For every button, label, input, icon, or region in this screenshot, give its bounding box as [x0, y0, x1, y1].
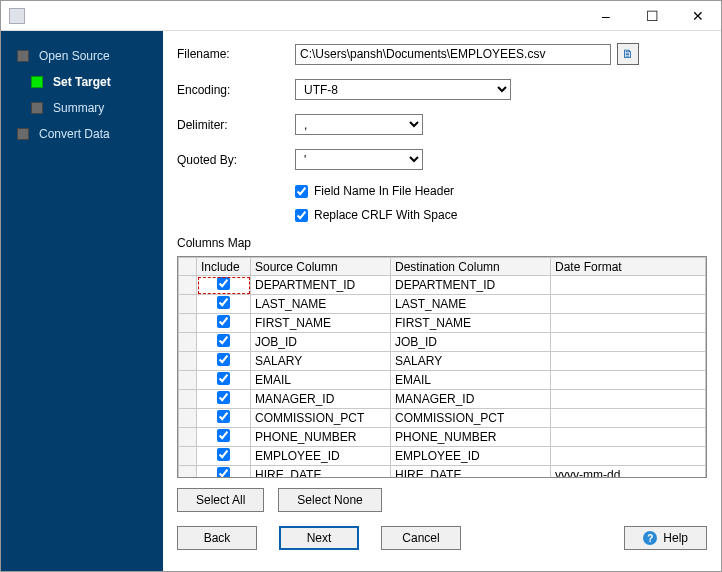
source-column-cell[interactable]: COMMISSION_PCT: [251, 409, 391, 428]
sidebar-item-summary[interactable]: Summary: [1, 95, 163, 121]
include-cell[interactable]: [197, 352, 251, 371]
source-column-cell[interactable]: LAST_NAME: [251, 295, 391, 314]
include-checkbox[interactable]: [217, 429, 230, 442]
table-row[interactable]: COMMISSION_PCTCOMMISSION_PCT: [179, 409, 706, 428]
table-row[interactable]: HIRE_DATEHIRE_DATEyyyy-mm-dd: [179, 466, 706, 479]
include-cell[interactable]: [197, 371, 251, 390]
replace-crlf-checkbox[interactable]: [295, 209, 308, 222]
include-cell[interactable]: [197, 466, 251, 479]
help-button[interactable]: ? Help: [624, 526, 707, 550]
sidebar-item-set-target[interactable]: Set Target: [1, 69, 163, 95]
destination-column-cell[interactable]: SALARY: [391, 352, 551, 371]
destination-column-cell[interactable]: DEPARTMENT_ID: [391, 276, 551, 295]
source-column-cell[interactable]: EMAIL: [251, 371, 391, 390]
include-checkbox[interactable]: [217, 353, 230, 366]
columns-map-label: Columns Map: [177, 236, 707, 250]
step-box-icon: [17, 128, 29, 140]
source-column-cell[interactable]: JOB_ID: [251, 333, 391, 352]
include-checkbox[interactable]: [217, 372, 230, 385]
include-cell[interactable]: [197, 390, 251, 409]
field-name-header-label: Field Name In File Header: [314, 184, 454, 198]
table-row[interactable]: EMPLOYEE_IDEMPLOYEE_ID: [179, 447, 706, 466]
select-none-button[interactable]: Select None: [278, 488, 381, 512]
table-row[interactable]: MANAGER_IDMANAGER_ID: [179, 390, 706, 409]
col-header-include[interactable]: Include: [197, 258, 251, 276]
maximize-button[interactable]: ☐: [629, 1, 675, 31]
destination-column-cell[interactable]: EMPLOYEE_ID: [391, 447, 551, 466]
col-header-source[interactable]: Source Column: [251, 258, 391, 276]
date-format-cell[interactable]: [551, 352, 706, 371]
table-row[interactable]: FIRST_NAMEFIRST_NAME: [179, 314, 706, 333]
destination-column-cell[interactable]: COMMISSION_PCT: [391, 409, 551, 428]
include-cell[interactable]: [197, 314, 251, 333]
minimize-button[interactable]: –: [583, 1, 629, 31]
table-row[interactable]: PHONE_NUMBERPHONE_NUMBER: [179, 428, 706, 447]
include-cell[interactable]: [197, 428, 251, 447]
content-panel: Filename: 🗎 Encoding: UTF-8 Delimiter: ,…: [163, 31, 721, 571]
table-row[interactable]: EMAILEMAIL: [179, 371, 706, 390]
table-row[interactable]: LAST_NAMELAST_NAME: [179, 295, 706, 314]
select-all-button[interactable]: Select All: [177, 488, 264, 512]
columns-map-table[interactable]: Include Source Column Destination Column…: [177, 256, 707, 478]
destination-column-cell[interactable]: EMAIL: [391, 371, 551, 390]
col-header-destination[interactable]: Destination Column: [391, 258, 551, 276]
include-checkbox[interactable]: [217, 391, 230, 404]
source-column-cell[interactable]: FIRST_NAME: [251, 314, 391, 333]
date-format-cell[interactable]: yyyy-mm-dd: [551, 466, 706, 479]
include-checkbox[interactable]: [217, 334, 230, 347]
source-column-cell[interactable]: MANAGER_ID: [251, 390, 391, 409]
source-column-cell[interactable]: SALARY: [251, 352, 391, 371]
next-button[interactable]: Next: [279, 526, 359, 550]
cancel-button[interactable]: Cancel: [381, 526, 461, 550]
destination-column-cell[interactable]: FIRST_NAME: [391, 314, 551, 333]
row-header: [179, 447, 197, 466]
table-row[interactable]: JOB_IDJOB_ID: [179, 333, 706, 352]
date-format-cell[interactable]: [551, 314, 706, 333]
destination-column-cell[interactable]: PHONE_NUMBER: [391, 428, 551, 447]
date-format-cell[interactable]: [551, 390, 706, 409]
date-format-cell[interactable]: [551, 447, 706, 466]
include-checkbox[interactable]: [217, 448, 230, 461]
include-checkbox[interactable]: [217, 315, 230, 328]
close-button[interactable]: ✕: [675, 1, 721, 31]
include-cell[interactable]: [197, 333, 251, 352]
app-icon: [9, 8, 25, 24]
field-name-header-checkbox[interactable]: [295, 185, 308, 198]
encoding-select[interactable]: UTF-8: [295, 79, 511, 100]
back-button[interactable]: Back: [177, 526, 257, 550]
col-header-date-format[interactable]: Date Format: [551, 258, 706, 276]
include-checkbox[interactable]: [217, 296, 230, 309]
sidebar-item-convert-data[interactable]: Convert Data: [1, 121, 163, 147]
date-format-cell[interactable]: [551, 295, 706, 314]
row-header: [179, 352, 197, 371]
destination-column-cell[interactable]: MANAGER_ID: [391, 390, 551, 409]
date-format-cell[interactable]: [551, 428, 706, 447]
include-checkbox[interactable]: [217, 277, 230, 290]
date-format-cell[interactable]: [551, 276, 706, 295]
date-format-cell[interactable]: [551, 333, 706, 352]
quoted-by-select[interactable]: ': [295, 149, 423, 170]
source-column-cell[interactable]: HIRE_DATE: [251, 466, 391, 479]
destination-column-cell[interactable]: HIRE_DATE: [391, 466, 551, 479]
filename-input[interactable]: [295, 44, 611, 65]
browse-file-button[interactable]: 🗎: [617, 43, 639, 65]
filename-label: Filename:: [177, 47, 295, 61]
date-format-cell[interactable]: [551, 409, 706, 428]
include-cell[interactable]: [197, 295, 251, 314]
include-cell[interactable]: [197, 447, 251, 466]
date-format-cell[interactable]: [551, 371, 706, 390]
destination-column-cell[interactable]: LAST_NAME: [391, 295, 551, 314]
table-row[interactable]: SALARYSALARY: [179, 352, 706, 371]
source-column-cell[interactable]: PHONE_NUMBER: [251, 428, 391, 447]
source-column-cell[interactable]: DEPARTMENT_ID: [251, 276, 391, 295]
include-cell[interactable]: [197, 276, 251, 295]
include-checkbox[interactable]: [217, 410, 230, 423]
destination-column-cell[interactable]: JOB_ID: [391, 333, 551, 352]
source-column-cell[interactable]: EMPLOYEE_ID: [251, 447, 391, 466]
sidebar-item-open-source[interactable]: Open Source: [1, 43, 163, 69]
row-header: [179, 390, 197, 409]
delimiter-select[interactable]: ,: [295, 114, 423, 135]
table-row[interactable]: DEPARTMENT_IDDEPARTMENT_ID: [179, 276, 706, 295]
include-cell[interactable]: [197, 409, 251, 428]
include-checkbox[interactable]: [217, 467, 230, 478]
